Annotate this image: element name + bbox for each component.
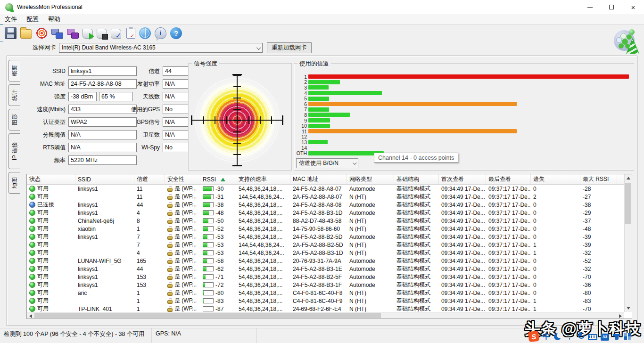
close-button[interactable]: × — [622, 0, 644, 14]
column-header-security[interactable]: 安全性 — [165, 174, 200, 184]
scroll-right-icon[interactable] — [619, 314, 622, 318]
feedback-icon[interactable]: i — [155, 27, 166, 39]
network-config-purple-icon[interactable] — [67, 27, 79, 39]
value-field[interactable]: No — [163, 143, 189, 152]
side-tab-IP连接[interactable]: IP 连接 — [8, 133, 20, 169]
channel-bar[interactable] — [308, 113, 350, 117]
column-header-first_seen[interactable]: 首次查看 — [439, 174, 486, 184]
reload-adapters-button[interactable]: 重新加载网卡 — [267, 42, 312, 53]
value-field[interactable]: No — [163, 105, 189, 114]
rssi-text: -83 — [215, 298, 223, 304]
table-row[interactable]: 可用TP-LINK_4011是 (WP...-8754,48,36,24,18,… — [27, 305, 624, 312]
column-header-ssid[interactable]: SSID — [75, 174, 134, 184]
column-header-rates[interactable]: 支持的速率 — [236, 174, 290, 184]
table-row[interactable]: 可用xiaobin1是 (WP...-5254,48,36,24,18,...1… — [27, 225, 624, 233]
table-row[interactable]: 可用LUNAN-WIFI_5G165是 (WP...-5854,48,36,24… — [27, 257, 624, 265]
toolbox-icon[interactable]: 33 — [601, 334, 609, 341]
menu-item-1[interactable]: 配置 — [22, 15, 43, 24]
vertical-scrollbar[interactable] — [624, 174, 632, 312]
column-header-status[interactable]: 状态 — [27, 174, 75, 184]
table-row[interactable]: 可用11是 (WP...-31144,54,48,36,24...2A-F5-A… — [27, 193, 624, 201]
value-field[interactable]: 5220 MHz — [68, 155, 137, 165]
side-tab-图形[interactable]: 图形 — [8, 109, 20, 131]
column-header-last_seen[interactable]: 最后查看 — [486, 174, 531, 184]
microphone-icon[interactable] — [576, 332, 585, 341]
channel-bar[interactable] — [308, 85, 329, 90]
scroll-left-icon[interactable] — [29, 314, 32, 318]
column-header-infra[interactable]: 基础结构 — [394, 174, 439, 184]
keyboard-icon[interactable] — [588, 334, 597, 340]
channel-bar[interactable] — [308, 140, 328, 144]
channel-bar[interactable] — [308, 102, 517, 106]
start-logging-icon[interactable] — [83, 29, 93, 39]
channel-bar[interactable] — [308, 151, 384, 155]
value-field[interactable]: -38 dBm — [68, 92, 97, 101]
table-row[interactable]: 已连接linksys144是 (WP...-3854,48,36,24,18,.… — [27, 201, 624, 209]
value-field[interactable]: N/A — [163, 130, 189, 139]
vertical-scroll-thumb[interactable] — [625, 183, 631, 224]
side-tab-概要[interactable]: 概要 — [8, 60, 20, 82]
channel-bar[interactable] — [308, 97, 329, 101]
verify-log-icon[interactable]: ✓ — [111, 29, 121, 39]
open-folder-icon[interactable] — [20, 29, 32, 39]
scroll-up-icon[interactable] — [627, 177, 630, 180]
network-config-blue-icon[interactable] — [51, 27, 63, 39]
horizontal-scrollbar[interactable] — [27, 312, 624, 318]
stop-logging-icon[interactable] — [97, 29, 107, 39]
column-header-channel[interactable]: 信道 — [134, 174, 165, 184]
table-row[interactable]: 可用ChinaNet-qe6j8是 (WP...-5054,48,36,24,1… — [27, 217, 624, 225]
menu-item-2[interactable]: 帮助 — [43, 15, 65, 24]
menu-item-0[interactable]: 文件 — [0, 15, 22, 24]
column-header-lost[interactable]: 遗失 — [531, 174, 580, 184]
channel-bar[interactable] — [308, 129, 517, 133]
table-row[interactable]: 可用linksys111是 (WP...-3054,48,36,24,18,..… — [27, 185, 624, 193]
table-row[interactable]: 可用aric1是 (WP...-8054,48,36,24,18,...C4-F… — [27, 289, 624, 297]
side-tab-统计[interactable]: 统计 — [8, 84, 20, 106]
channel-bar[interactable] — [308, 74, 629, 79]
web-update-icon[interactable] — [139, 27, 151, 39]
value-field[interactable]: N/A — [163, 117, 189, 127]
channel-bar[interactable] — [308, 80, 340, 84]
horizontal-scroll-thumb[interactable] — [34, 313, 381, 318]
column-header-max_rssi[interactable]: 最大 RSSI — [580, 174, 617, 184]
menu-bar: 文件配置帮助 — [0, 14, 644, 24]
grid-icon[interactable] — [624, 333, 631, 340]
table-row[interactable]: 可用7是 (WP...-53144,54,48,36,24...2A-F5-A2… — [27, 241, 624, 249]
column-header-mac[interactable]: MAC 地址 — [290, 174, 347, 184]
cell-last_seen: 09:37:17 17-De... — [486, 274, 531, 280]
help-icon[interactable]: ? — [170, 27, 182, 39]
save-icon[interactable] — [5, 27, 17, 39]
report-icon[interactable]: ✓ — [126, 28, 135, 39]
target-icon[interactable] — [36, 27, 48, 39]
minimize-button[interactable] — [579, 0, 601, 14]
column-header-label: 最大 RSSI — [583, 175, 609, 183]
rssi-meter-icon — [203, 186, 214, 191]
table-row[interactable]: 可用linksys17是 (WP...-5354,48,36,24,18,...… — [27, 233, 624, 241]
channel-bar[interactable] — [308, 91, 382, 95]
channel-filter-select[interactable]: 信道使用 B/G/N — [296, 158, 358, 168]
adapter-select[interactable]: Intel(R) Dual Band Wireless-AC 3165 — [59, 43, 263, 53]
table-row[interactable]: 可用linksys1153是 (WP...-7254,48,36,24,18,.… — [27, 281, 624, 289]
column-header-net_type[interactable]: 网络类型 — [347, 174, 394, 184]
table-row[interactable]: 可用linksys144是 (WP...-6254,48,36,24,18,..… — [27, 265, 624, 273]
value-field[interactable]: N/A — [163, 79, 189, 89]
table-row[interactable]: 可用linksys14是 (WP...-4854,48,36,24,18,...… — [27, 209, 624, 217]
table-row[interactable]: 可用4是 (WP...-53144,54,48,36,24...2A-F5-A2… — [27, 249, 624, 257]
table-row[interactable]: 可用linksys1153是 (WP...-7154,48,36,24,18,.… — [27, 273, 624, 281]
channel-bar[interactable] — [308, 118, 330, 122]
scroll-down-icon[interactable] — [627, 307, 630, 310]
chinese-input-icon[interactable]: 中 — [542, 332, 551, 341]
punctuation-icon[interactable]: ’, — [564, 332, 573, 341]
value-field[interactable]: N/A — [163, 92, 189, 101]
channel-bar[interactable] — [308, 107, 329, 112]
sogou-icon[interactable]: S — [528, 331, 539, 342]
table-row[interactable]: 可用1是 (WP...-8354,48,36,24,18,...C4-F0-81… — [27, 297, 624, 305]
channel-bar[interactable] — [308, 124, 330, 128]
moon-icon[interactable] — [554, 333, 561, 340]
column-header-rssi[interactable]: RSSI — [200, 174, 236, 184]
skin-icon[interactable] — [612, 332, 621, 341]
channel-row-12: 12 — [296, 134, 629, 140]
maximize-button[interactable] — [601, 0, 622, 14]
side-tab-地图[interactable]: 地图 — [8, 172, 20, 194]
value-field[interactable]: 44 — [163, 66, 189, 76]
